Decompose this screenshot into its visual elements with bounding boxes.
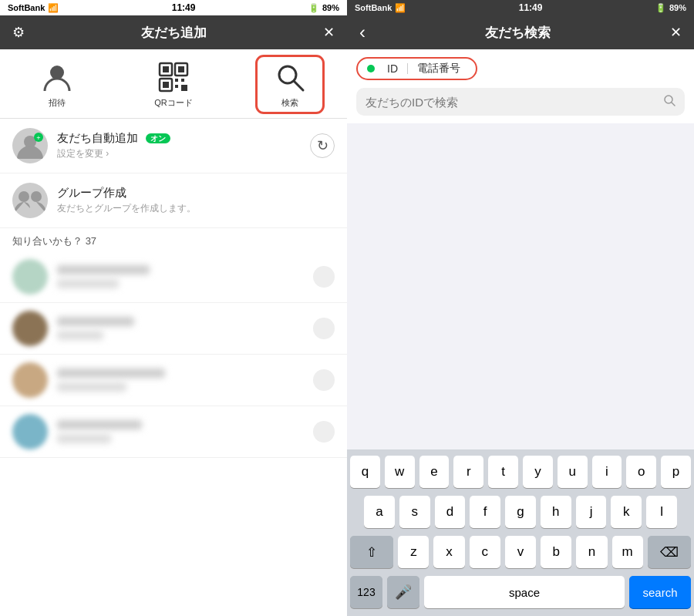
invite-icon xyxy=(40,60,74,94)
key-x[interactable]: x xyxy=(433,536,464,568)
battery-text: 89% xyxy=(322,3,339,12)
battery-icon: 🔋 xyxy=(308,3,319,13)
key-b[interactable]: b xyxy=(541,536,571,568)
key-o[interactable]: o xyxy=(626,456,656,488)
key-a[interactable]: a xyxy=(364,496,395,528)
blurred-row-1 xyxy=(0,251,347,303)
key-s[interactable]: s xyxy=(399,496,430,528)
blurred-name-1 xyxy=(57,265,150,274)
keyboard: q w e r t y u i o p a s d f g h j k xyxy=(347,449,694,616)
blurred-row-4 xyxy=(0,406,347,458)
space-key[interactable]: space xyxy=(424,576,625,608)
segment-divider xyxy=(407,63,408,74)
svg-rect-10 xyxy=(181,85,187,91)
keyboard-row-1: q w e r t y u i o p xyxy=(350,456,691,488)
tab-invite[interactable]: 招待 xyxy=(25,57,89,112)
segment-active-dot xyxy=(367,65,375,72)
right-status-bar: SoftBank 📶 11:49 🔋 89% xyxy=(347,0,694,15)
tab-search-label: 検索 xyxy=(281,97,298,109)
mic-key[interactable]: 🎤 xyxy=(387,576,419,608)
auto-add-sub[interactable]: 設定を変更 › xyxy=(57,147,301,160)
blurred-name-4 xyxy=(57,420,142,429)
shift-key[interactable]: ⇧ xyxy=(350,536,393,568)
left-panel: SoftBank 📶 11:49 🔋 89% ⚙ 友だち追加 ✕ 招待 xyxy=(0,0,347,616)
left-close-icon[interactable]: ✕ xyxy=(323,24,335,41)
key-n[interactable]: n xyxy=(576,536,607,568)
create-group-item[interactable]: グループ作成 友だちとグループを作成します。 xyxy=(0,173,347,228)
key-q[interactable]: q xyxy=(350,456,380,488)
delete-key[interactable]: ⌫ xyxy=(648,536,691,568)
key-d[interactable]: d xyxy=(435,496,466,528)
svg-text:+: + xyxy=(36,134,40,142)
list-section: + 友だち自動追加 オン 設定を変更 › ↻ xyxy=(0,119,347,616)
right-battery-icon: 🔋 xyxy=(655,3,666,13)
keyboard-bottom-row: 123 🎤 space search xyxy=(347,571,694,616)
left-carrier: SoftBank 📶 xyxy=(8,3,59,13)
key-l[interactable]: l xyxy=(646,496,677,528)
blurred-sub-3 xyxy=(57,382,126,392)
tab-qrcode[interactable]: QRコード xyxy=(139,57,208,112)
svg-line-12 xyxy=(294,81,303,90)
key-p[interactable]: p xyxy=(661,456,691,488)
svg-rect-9 xyxy=(175,85,178,88)
key-e[interactable]: e xyxy=(419,456,450,488)
settings-icon[interactable]: ⚙ xyxy=(12,24,25,41)
key-i[interactable]: i xyxy=(592,456,622,488)
segment-phone[interactable]: 電話番号 xyxy=(411,62,467,76)
left-time: 11:49 xyxy=(172,2,196,13)
search-input[interactable] xyxy=(366,96,657,109)
key-w[interactable]: w xyxy=(385,456,415,488)
svg-rect-2 xyxy=(163,66,169,72)
qr-icon xyxy=(157,60,190,94)
right-battery-text: 89% xyxy=(669,3,686,12)
auto-add-item: + 友だち自動追加 オン 設定を変更 › ↻ xyxy=(0,119,347,173)
svg-rect-4 xyxy=(178,66,184,72)
right-close-icon[interactable]: ✕ xyxy=(670,24,682,41)
blurred-row-2 xyxy=(0,303,347,355)
search-key[interactable]: search xyxy=(629,576,691,608)
auto-add-badge: オン xyxy=(146,133,170,143)
key-k[interactable]: k xyxy=(611,496,642,528)
key-h[interactable]: h xyxy=(541,496,571,528)
svg-point-0 xyxy=(50,66,64,79)
segment-control[interactable]: ID 電話番号 xyxy=(356,57,477,80)
key-r[interactable]: r xyxy=(453,456,483,488)
keyboard-row-2: a s d f g h j k l xyxy=(350,496,691,528)
key-v[interactable]: v xyxy=(505,536,536,568)
key-c[interactable]: c xyxy=(470,536,500,568)
blurred-action-1 xyxy=(313,266,335,288)
svg-rect-8 xyxy=(181,79,184,82)
svg-point-17 xyxy=(31,191,42,202)
left-status-bar: SoftBank 📶 11:49 🔋 89% xyxy=(0,0,347,15)
back-icon[interactable]: ‹ xyxy=(359,22,366,43)
right-panel: SoftBank 📶 11:49 🔋 89% ‹ 友だち検索 ✕ ID 電話番号 xyxy=(347,0,694,616)
tab-invite-label: 招待 xyxy=(49,97,66,109)
auto-add-content: 友だち自動追加 オン 設定を変更 › xyxy=(57,131,301,160)
left-nav-title: 友だち追加 xyxy=(141,24,207,42)
right-nav-title: 友だち検索 xyxy=(485,24,551,42)
key-f[interactable]: f xyxy=(470,496,500,528)
keyboard-row-3: ⇧ z x c v b n m ⌫ xyxy=(350,536,691,568)
blurred-row-3 xyxy=(0,355,347,406)
key-z[interactable]: z xyxy=(398,536,429,568)
key-t[interactable]: t xyxy=(488,456,518,488)
segment-id[interactable]: ID xyxy=(381,62,404,75)
right-nav-bar: ‹ 友だち検索 ✕ xyxy=(347,15,694,49)
create-group-content: グループ作成 友だちとグループを作成します。 xyxy=(57,186,335,215)
blurred-sub-2 xyxy=(57,331,103,340)
search-tab-icon xyxy=(273,60,307,94)
num-key[interactable]: 123 xyxy=(350,576,382,608)
key-u[interactable]: u xyxy=(558,456,588,488)
key-m[interactable]: m xyxy=(612,536,643,568)
tab-search[interactable]: 検索 xyxy=(258,57,322,112)
refresh-icon[interactable]: ↻ xyxy=(310,133,335,158)
right-wifi-icon: 📶 xyxy=(395,3,406,13)
auto-add-avatar: + xyxy=(12,128,48,163)
key-j[interactable]: j xyxy=(576,496,607,528)
svg-rect-6 xyxy=(163,82,169,88)
key-y[interactable]: y xyxy=(523,456,553,488)
right-battery: 🔋 89% xyxy=(655,3,686,13)
blurred-avatar-1 xyxy=(12,259,48,295)
may-know-header: 知り合いかも？ 37 xyxy=(0,228,347,251)
key-g[interactable]: g xyxy=(505,496,536,528)
